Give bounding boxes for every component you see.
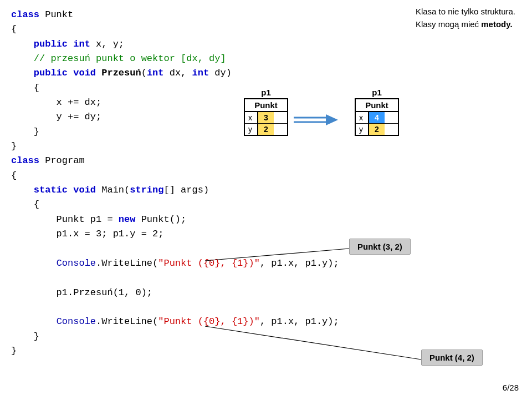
before-obj-box: Punkt x 3 y 2 bbox=[244, 98, 288, 136]
code-line-9: } bbox=[11, 125, 339, 139]
before-pointer-label: p1 bbox=[244, 88, 288, 97]
code-line-5: public void Przesuń(int dx, int dy) bbox=[11, 66, 339, 80]
arrow-svg bbox=[294, 110, 344, 132]
output-text-2: Punkt (4, 2) bbox=[429, 353, 474, 362]
code-line-19 bbox=[11, 271, 339, 285]
before-val-x: 3 bbox=[258, 112, 274, 123]
code-line-16: p1.x = 3; p1.y = 2; bbox=[11, 227, 339, 241]
svg-marker-2 bbox=[326, 114, 338, 125]
output-box-2: Punkt (4, 2) bbox=[421, 350, 483, 366]
code-line-4: // przesuń punkt o wektor [dx, dy] bbox=[11, 52, 339, 66]
diagram-after: p1 Punkt x 4 y 2 bbox=[355, 88, 399, 136]
code-line-23: } bbox=[11, 330, 339, 344]
code-line-13: static void Main(string[] args) bbox=[11, 183, 339, 198]
after-obj-box: Punkt x 4 y 2 bbox=[355, 98, 399, 136]
annotation-line2-bold: metody. bbox=[481, 19, 512, 29]
code-line-1: class Punkt bbox=[11, 8, 339, 22]
code-line-14: { bbox=[11, 198, 339, 212]
arrow-between bbox=[294, 110, 344, 132]
annotation-line1: Klasa to nie tylko struktura. bbox=[416, 6, 515, 18]
code-line-20: p1.Przesuń(1, 0); bbox=[11, 286, 339, 300]
after-val-y: 2 bbox=[369, 124, 385, 135]
code-line-7: x += dx; bbox=[11, 95, 339, 110]
code-line-8: y += dy; bbox=[11, 110, 339, 124]
after-row-y: y 2 bbox=[356, 124, 398, 135]
page-number: 6/28 bbox=[503, 383, 519, 392]
before-label-y: y bbox=[245, 124, 258, 135]
slide: Klasa to nie tylko struktura. Klasy mogą… bbox=[0, 0, 532, 400]
before-val-y: 2 bbox=[258, 124, 274, 135]
code-line-12: { bbox=[11, 169, 339, 183]
code-line-22: Console.WriteLine("Punkt ({0}, {1})", p1… bbox=[11, 315, 339, 329]
after-label-x: x bbox=[356, 112, 369, 123]
before-label-x: x bbox=[245, 112, 258, 123]
before-obj-title: Punkt bbox=[245, 99, 287, 112]
after-pointer-label: p1 bbox=[355, 88, 399, 97]
after-label-y: y bbox=[356, 124, 369, 135]
code-line-3: public int x, y; bbox=[11, 37, 339, 52]
diagram-before: p1 Punkt x 3 y 2 bbox=[244, 88, 288, 136]
code-line-17 bbox=[11, 242, 339, 256]
code-line-18: Console.WriteLine("Punkt ({0}, {1})", p1… bbox=[11, 256, 339, 271]
output-text-1: Punkt (3, 2) bbox=[357, 242, 402, 251]
annotation-box: Klasa to nie tylko struktura. Klasy mogą… bbox=[416, 6, 515, 31]
after-row-x: x 4 bbox=[356, 112, 398, 124]
output-box-1: Punkt (3, 2) bbox=[349, 239, 411, 255]
code-line-2: { bbox=[11, 22, 339, 37]
code-area: class Punkt { public int x, y; // przesu… bbox=[11, 8, 339, 358]
code-line-10: } bbox=[11, 139, 339, 154]
after-obj-title: Punkt bbox=[356, 99, 398, 112]
before-row-y: y 2 bbox=[245, 124, 287, 135]
code-line-11: class Program bbox=[11, 154, 339, 168]
code-line-6: { bbox=[11, 81, 339, 95]
code-line-24: } bbox=[11, 344, 339, 358]
annotation-line2: Klasy mogą mieć metody. bbox=[416, 18, 515, 31]
code-line-15: Punkt p1 = new Punkt(); bbox=[11, 212, 339, 227]
code-line-21 bbox=[11, 300, 339, 315]
after-val-x: 4 bbox=[369, 112, 385, 123]
annotation-line2-text: Klasy mogą mieć bbox=[416, 19, 481, 29]
before-row-x: x 3 bbox=[245, 112, 287, 124]
